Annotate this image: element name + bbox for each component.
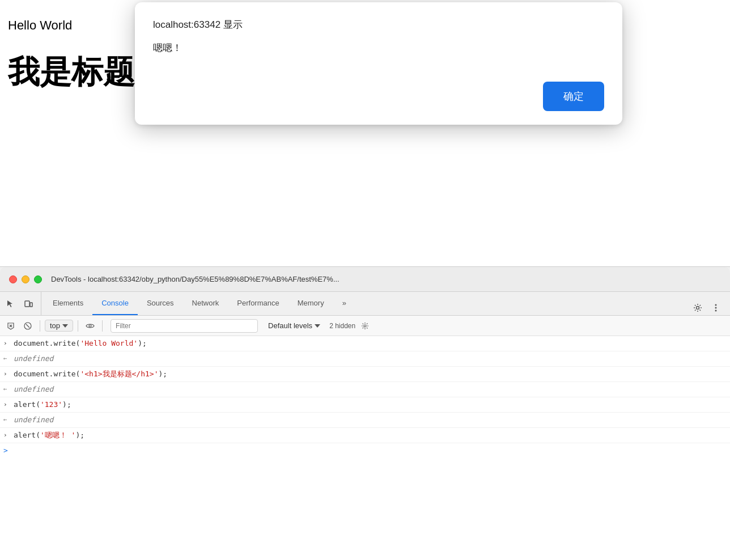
svg-point-12 [364, 325, 366, 327]
traffic-light-green[interactable] [34, 275, 42, 283]
console-result: undefined [11, 414, 730, 426]
devtools-titlebar: DevTools - localhost:63342/oby_python/Da… [0, 267, 730, 292]
expand-arrow[interactable]: › [0, 368, 11, 380]
console-input-line[interactable]: > [0, 443, 730, 458]
svg-point-2 [697, 307, 699, 309]
expand-arrow[interactable]: › [0, 429, 11, 442]
tab-sources[interactable]: Sources [138, 292, 183, 315]
page-heading-text: 我是标题 [8, 51, 135, 94]
tab-memory[interactable]: Memory [288, 292, 333, 315]
browser-page: Hello World 我是标题 localhost:63342 显示 嗯嗯！ … [0, 0, 730, 266]
alert-title: localhost:63342 显示 [153, 18, 243, 31]
settings-icon[interactable] [690, 300, 705, 315]
devtools-tab-icons [2, 292, 41, 315]
console-output[interactable]: › document.write('Hello World'); ← undef… [0, 336, 730, 560]
more-options-icon[interactable] [708, 300, 723, 315]
devtools-title: DevTools - localhost:63342/oby_python/Da… [51, 275, 339, 283]
console-line: › alert('嗯嗯！ '); [0, 428, 730, 443]
console-prompt: > [0, 444, 11, 457]
svg-point-5 [715, 310, 717, 312]
devtools-window: DevTools - localhost:63342/oby_python/Da… [0, 266, 730, 560]
expand-arrow[interactable]: › [0, 398, 11, 411]
console-code: document.write('<h1>我是标题</h1>'); [11, 368, 730, 380]
devtools-tabs: Elements Console Sources Network Perform… [0, 292, 730, 316]
console-input[interactable] [11, 445, 730, 456]
console-code: alert('123'); [11, 398, 730, 411]
traffic-light-red[interactable] [9, 275, 17, 283]
devtools-tabs-main: Elements Console Sources Network Perform… [41, 292, 686, 315]
svg-point-4 [715, 307, 717, 309]
alert-dialog: localhost:63342 显示 嗯嗯！ 确定 [135, 2, 622, 125]
tab-network[interactable]: Network [183, 292, 228, 315]
console-line: ← undefined [0, 413, 730, 428]
traffic-lights [9, 275, 42, 283]
console-code: document.write('Hello World'); [11, 337, 730, 350]
result-arrow: ← [0, 414, 11, 426]
filter-input[interactable] [111, 319, 258, 333]
devtools-tabs-right [686, 300, 728, 315]
console-toolbar: top Default levels 2 hidden [0, 316, 730, 336]
eye-icon[interactable] [83, 319, 97, 333]
console-line: › document.write('Hello World'); [0, 336, 730, 351]
tab-more[interactable]: » [333, 292, 355, 315]
alert-message: 嗯嗯！ [153, 41, 604, 54]
console-result: undefined [11, 383, 730, 396]
page-hello-world-text: Hello World [8, 18, 72, 33]
filter-input-container [111, 319, 258, 333]
context-selector[interactable]: top [45, 320, 73, 332]
traffic-light-yellow[interactable] [22, 275, 29, 283]
console-line: ← undefined [0, 351, 730, 367]
default-levels-button[interactable]: Default levels [264, 320, 325, 331]
svg-rect-1 [30, 303, 32, 307]
alert-footer: 确定 [153, 82, 604, 111]
tab-console[interactable]: Console [92, 292, 138, 315]
result-arrow: ← [0, 353, 11, 365]
clear-console-icon[interactable] [3, 319, 18, 333]
toolbar-separator-1 [40, 320, 40, 332]
toolbar-separator-3 [102, 320, 103, 332]
svg-rect-0 [25, 301, 29, 307]
device-toolbar-icon[interactable] [20, 296, 36, 312]
result-arrow: ← [0, 383, 11, 396]
element-picker-icon[interactable] [2, 296, 18, 312]
alert-title-bar: localhost:63342 显示 [153, 18, 604, 31]
console-line: ← undefined [0, 382, 730, 397]
alert-ok-button[interactable]: 确定 [543, 82, 604, 111]
stop-on-exception-icon[interactable] [20, 319, 35, 333]
console-code: alert('嗯嗯！ '); [11, 429, 730, 442]
console-line: › alert('123'); [0, 397, 730, 413]
svg-line-10 [26, 324, 29, 328]
tab-elements[interactable]: Elements [44, 292, 92, 315]
tab-performance[interactable]: Performance [228, 292, 288, 315]
svg-point-11 [89, 325, 91, 327]
console-line: › document.write('<h1>我是标题</h1>'); [0, 367, 730, 382]
console-settings-icon[interactable] [358, 319, 372, 333]
svg-point-3 [715, 304, 717, 306]
toolbar-separator-2 [78, 320, 78, 332]
hidden-count: 2 hidden [329, 322, 355, 330]
console-result: undefined [11, 353, 730, 365]
expand-arrow[interactable]: › [0, 337, 11, 350]
